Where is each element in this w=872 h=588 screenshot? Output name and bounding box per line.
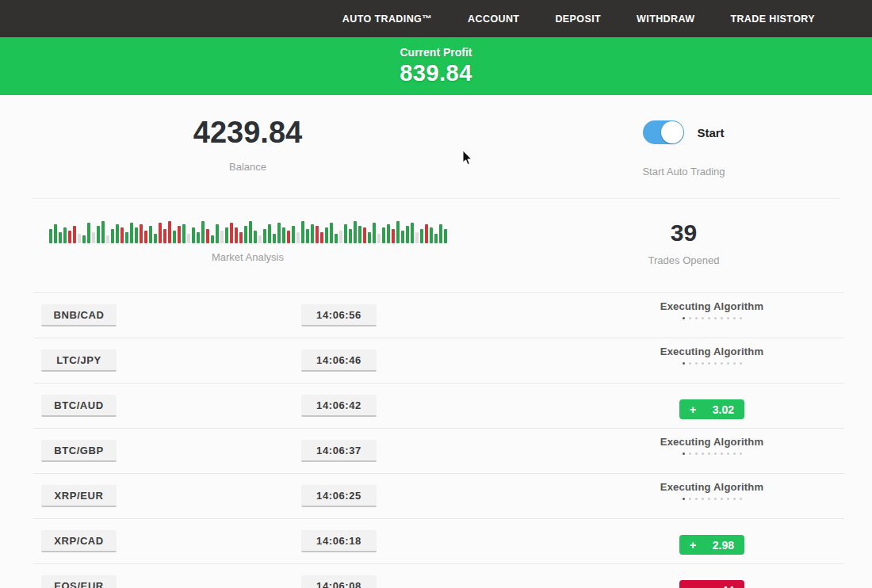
progress-dot <box>714 317 717 319</box>
progress-dot <box>727 317 729 319</box>
chart-bar <box>130 223 133 243</box>
chart-bar <box>415 232 419 243</box>
chart-bar <box>439 224 442 243</box>
trades-opened-value: 39 <box>671 220 697 246</box>
chart-bar <box>154 234 157 243</box>
chart-bar <box>273 234 276 243</box>
chart-bar <box>149 226 152 243</box>
chart-bar <box>135 227 138 243</box>
badge-value: 2.98 <box>713 539 734 552</box>
progress-dot <box>702 317 704 319</box>
chart-bar <box>216 224 219 243</box>
progress-dot <box>727 498 729 500</box>
time-chip: 14:06:56 <box>301 304 377 326</box>
chart-bar <box>320 232 323 243</box>
progress-dot <box>733 452 736 455</box>
chart-bar <box>73 226 76 243</box>
chart-bar <box>178 226 181 243</box>
chart-bar <box>182 224 185 243</box>
chart-bar <box>111 229 114 243</box>
nav-item-auto-trading[interactable]: AUTO TRADING™ <box>342 13 432 25</box>
progress-dot <box>683 362 685 365</box>
nav-item-account[interactable]: ACCOUNT <box>468 13 519 25</box>
market-analysis-label: Market Analysis <box>212 251 284 263</box>
chart-bar <box>430 227 433 243</box>
chart-bar <box>249 221 252 243</box>
market-analysis-chart <box>49 216 447 243</box>
progress-dot <box>740 362 742 365</box>
chart-bar <box>268 224 271 243</box>
chart-bar <box>296 232 300 243</box>
nav-item-trade-history[interactable]: TRADE HISTORY <box>730 13 815 25</box>
chart-bar <box>220 231 224 243</box>
balance-toggle-row: 4239.84 Balance Start Start Auto Trading <box>0 95 872 178</box>
pair-chip: BTC/GBP <box>41 440 117 462</box>
market-trades-row: Market Analysis 39 Trades Opened <box>0 199 872 266</box>
chart-bar <box>420 229 423 243</box>
chart-bar <box>254 231 257 243</box>
chart-bar <box>168 221 171 243</box>
progress-dot <box>708 317 710 319</box>
chart-bar <box>116 224 119 243</box>
chart-bar <box>330 223 333 243</box>
progress-dot <box>702 452 704 455</box>
progress-dot <box>689 362 691 365</box>
chart-bar <box>197 232 200 243</box>
chart-bar <box>425 224 428 243</box>
badge-sign: + <box>690 403 696 416</box>
progress-dot <box>733 362 736 365</box>
progress-dot <box>702 498 704 500</box>
chart-bar <box>287 231 290 243</box>
toggle-start-label: Start <box>697 126 724 139</box>
progress-dot <box>695 498 698 500</box>
chart-bar <box>339 231 342 243</box>
current-profit-value: 839.84 <box>400 60 472 86</box>
status-result: +2.98 <box>633 518 791 555</box>
toggle-knob[interactable] <box>661 121 683 143</box>
progress-dot <box>695 452 698 455</box>
progress-dots <box>633 317 791 319</box>
nav-item-deposit[interactable]: DEPOSIT <box>555 13 601 25</box>
progress-dot <box>683 317 685 319</box>
chart-bar <box>373 223 376 243</box>
auto-trading-toggle[interactable] <box>643 120 684 144</box>
chart-bar <box>63 227 67 243</box>
trade-row: BTC/AUD14:06:42+3.02 <box>0 383 872 428</box>
trade-row: LTC/JPY14:06:46Executing Algorithm <box>0 338 872 383</box>
progress-dot <box>683 498 685 500</box>
chart-bar <box>335 234 338 243</box>
trade-row: EOS/EUR14:06:08-44 <box>0 563 872 588</box>
progress-dot <box>708 452 710 455</box>
current-profit-banner: Current Profit 839.84 <box>0 37 872 95</box>
progress-dot <box>721 452 723 455</box>
pair-chip: BNB/CAD <box>41 304 117 326</box>
badge-value: 44 <box>721 584 734 588</box>
chart-bar <box>244 226 247 243</box>
chart-bar <box>144 231 147 243</box>
nav-item-withdraw[interactable]: WITHDRAW <box>637 13 694 25</box>
time-chip: 14:06:08 <box>301 575 377 588</box>
chart-bar <box>358 226 361 243</box>
chart-bar <box>258 235 262 243</box>
status-result: -44 <box>633 563 791 588</box>
chart-bar <box>396 221 400 243</box>
progress-dot <box>708 498 710 500</box>
chart-bar <box>434 234 438 243</box>
profit-badge: +2.98 <box>679 535 744 555</box>
trade-row: XRP/CAD14:06:18+2.98 <box>0 518 872 563</box>
chart-bar <box>377 234 381 243</box>
current-profit-label: Current Profit <box>400 46 472 59</box>
executing-label: Executing Algorithm <box>633 481 791 493</box>
chart-bar <box>406 226 409 243</box>
progress-dot <box>733 317 736 319</box>
chart-bar <box>106 235 109 243</box>
chart-bar <box>211 235 214 243</box>
chart-bar <box>225 227 228 243</box>
executing-label: Executing Algorithm <box>633 436 791 448</box>
progress-dot <box>683 452 685 455</box>
badge-value: 3.02 <box>713 403 734 416</box>
chart-bar <box>277 223 281 243</box>
progress-dot <box>714 362 717 365</box>
pair-chip: BTC/AUD <box>41 395 117 417</box>
status-executing: Executing Algorithm <box>633 338 791 365</box>
